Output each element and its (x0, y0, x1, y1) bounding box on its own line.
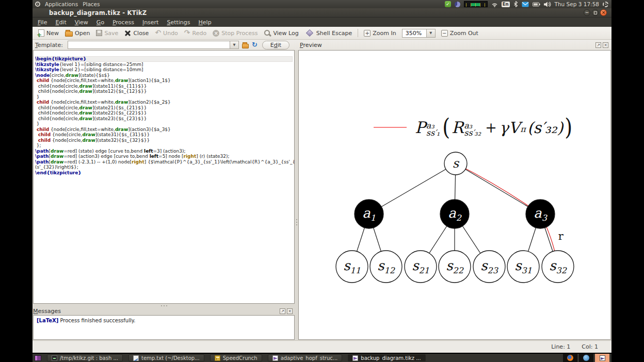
messages-close-icon[interactable] (287, 308, 293, 314)
messages-detach-icon[interactable] (280, 308, 285, 314)
toolbar-separator (358, 29, 358, 37)
code-line[interactable]: \tikzstyle{level 2}=[sibling distance=10… (35, 67, 293, 73)
code-line[interactable]: child{node[circle,draw](state22){$s_{22}… (35, 110, 293, 116)
template-combo[interactable]: ▼ (68, 41, 239, 49)
code-line[interactable]: } (35, 121, 293, 127)
menu-go[interactable]: Go (92, 18, 108, 27)
preview-detach-icon[interactable] (595, 42, 601, 48)
taskbar-ktikz-tile[interactable] (595, 354, 609, 362)
view-log-button[interactable]: View Log (261, 28, 301, 38)
top-panel: Applications Places ✓ En Thu Sep 3 17 (33, 0, 611, 8)
system-monitor-graph[interactable] (464, 1, 488, 7)
mail-icon[interactable] (522, 2, 529, 7)
session-gear-icon[interactable] (603, 2, 608, 7)
maximize-button[interactable] (592, 9, 599, 16)
preview-pane[interactable]: Pa₃ss′₁(Ra₃ss′₃₂+γVπ(s′₃₂)) rsa1a2a3s11s… (298, 50, 611, 340)
new-button[interactable]: New (35, 28, 62, 38)
open-folder-icon (65, 31, 73, 37)
zoom-level-value[interactable]: 350% (403, 30, 426, 37)
code-line[interactable]: child {node[circle,draw](state31){$s_{31… (35, 132, 293, 138)
diagram-edge (456, 163, 540, 214)
menu-process[interactable]: Process (108, 18, 138, 27)
code-line[interactable]: }; (35, 143, 293, 149)
code-line[interactable]: \path[draw=red] (state) edge [curve to,b… (35, 149, 293, 154)
close-x-icon (124, 30, 131, 37)
wifi-icon[interactable] (491, 1, 498, 7)
template-reload-icon[interactable] (252, 41, 257, 48)
code-line[interactable]: child {node[circle,fill,text=white,draw]… (35, 100, 293, 105)
diagram-node-label: s (453, 156, 460, 171)
places-menu[interactable]: Places (83, 1, 100, 7)
shell-escape-button[interactable]: Shell Escape (302, 28, 356, 38)
zoom-level-combo[interactable]: 350% ▼ (402, 29, 436, 38)
code-line[interactable]: child{node[circle,draw](state11){$s_{11}… (35, 84, 293, 89)
close-button[interactable]: × (600, 9, 607, 16)
code-line[interactable]: child{node[circle,draw](state21){$s_{21}… (35, 105, 293, 111)
minimize-button[interactable]: − (584, 9, 590, 16)
pie-chart-indicator-icon[interactable] (455, 2, 460, 7)
taskbar-item-adaptive-hopf[interactable]: adaptive_hopf_struc... (268, 354, 343, 361)
taskbar-item-backup-diagram[interactable]: backup_diagram.tikz ... (348, 354, 425, 361)
menu-insert[interactable]: Insert (138, 18, 163, 27)
code-line[interactable]: \path[draw=red] (action3) edge [curve to… (35, 154, 293, 159)
bluetooth-icon[interactable] (513, 1, 518, 7)
battery-icon[interactable] (533, 2, 540, 7)
menu-file[interactable]: File (34, 18, 51, 27)
code-line[interactable]: \end{tikzpicture} (35, 170, 293, 176)
code-line[interactable]: child{node[circle,draw](state12){$s_{12}… (35, 89, 293, 94)
code-line[interactable]: child {node[circle,draw](state32){$s_{32… (35, 138, 293, 143)
ktikz-file-icon (272, 355, 278, 361)
menu-view[interactable]: View (71, 18, 92, 27)
zoom-out-button[interactable]: Zoom Out (438, 29, 481, 38)
diagram-svg: rsa1a2a3s11s12s21s22s23s31s32 (299, 51, 610, 339)
clock[interactable]: Thu Sep 3 17:58 (555, 1, 599, 7)
diagram-edge-label: r (558, 230, 564, 242)
taskbar-firefox-tile[interactable] (563, 354, 577, 362)
code-line[interactable]: child{node[circle,draw](state23){$s_{23}… (35, 116, 293, 122)
menu-help[interactable]: Help (195, 18, 216, 27)
window-title-bar[interactable]: backup_diagram.tikz - KTikZ − × (33, 8, 611, 18)
code-line[interactable]: \begin{tikzpicture} (35, 56, 293, 62)
menu-settings[interactable]: Settings (163, 18, 194, 27)
open-button[interactable]: Open (62, 28, 93, 38)
template-label: Template: (35, 42, 63, 48)
template-combo-arrow[interactable]: ▼ (230, 41, 238, 48)
template-browse-folder-icon[interactable] (242, 44, 249, 48)
preview-close-icon[interactable] (603, 42, 608, 48)
update-status-icon[interactable]: ✓ (445, 1, 451, 7)
code-area[interactable]: \begin{tikzpicture}\tikzstyle{level 1}=[… (34, 51, 294, 175)
code-line[interactable]: } (35, 94, 293, 100)
zoom-combo-arrow[interactable]: ▼ (426, 29, 435, 37)
stop-icon (213, 30, 219, 37)
code-line[interactable]: \node[circle,draw](state){$s$} (35, 73, 293, 78)
code-line[interactable]: \path[draw=red] (-2.3,1) -- +(1,0) node[… (35, 159, 293, 165)
stop-process-button[interactable]: Stop Process (210, 29, 261, 38)
taskbar-item-terminal[interactable]: /tmp/ktikz.git : bash ... (47, 354, 123, 361)
ktikz-file-icon (352, 355, 358, 361)
taskbar-item-textfile[interactable]: temp.txt (~/Desktop... (128, 354, 204, 361)
code-line[interactable]: child {node[circle,fill,text=white,draw]… (35, 127, 293, 133)
template-edit-button[interactable]: Edit (262, 41, 289, 50)
close-file-button[interactable]: Close (121, 29, 152, 38)
window-list-icon[interactable] (35, 355, 41, 361)
code-editor[interactable]: \begin{tikzpicture}\tikzstyle{level 1}=[… (33, 50, 295, 304)
taskbar-item-speedcrunch[interactable]: SpeedCrunch (210, 354, 262, 361)
messages-output[interactable]: [LaTeX] Process finished successfully. (33, 315, 295, 340)
code-line[interactable]: \tikzstyle{level 1}=[sibling distance=25… (35, 62, 293, 68)
firefox-icon (567, 355, 573, 361)
applications-menu[interactable]: Applications (45, 1, 78, 7)
undo-button[interactable]: Undo (152, 28, 181, 38)
menu-edit[interactable]: Edit (51, 18, 70, 27)
save-button[interactable]: Save (93, 29, 121, 38)
volume-icon[interactable] (544, 2, 551, 7)
calculator-icon (215, 355, 220, 361)
code-line[interactable]: (s'_{32})\right)$}; (35, 164, 293, 170)
status-line: Line: 1 (551, 343, 570, 350)
keyboard-layout-indicator[interactable]: En (502, 2, 510, 7)
undo-arrow-icon (155, 29, 161, 37)
taskbar-globe-tile[interactable] (579, 354, 593, 362)
code-line[interactable]: child {node[circle,fill,text=white,draw]… (35, 78, 293, 84)
globe-icon (583, 355, 589, 361)
redo-button[interactable]: Redo (181, 28, 210, 38)
zoom-in-button[interactable]: Zoom In (361, 29, 399, 38)
